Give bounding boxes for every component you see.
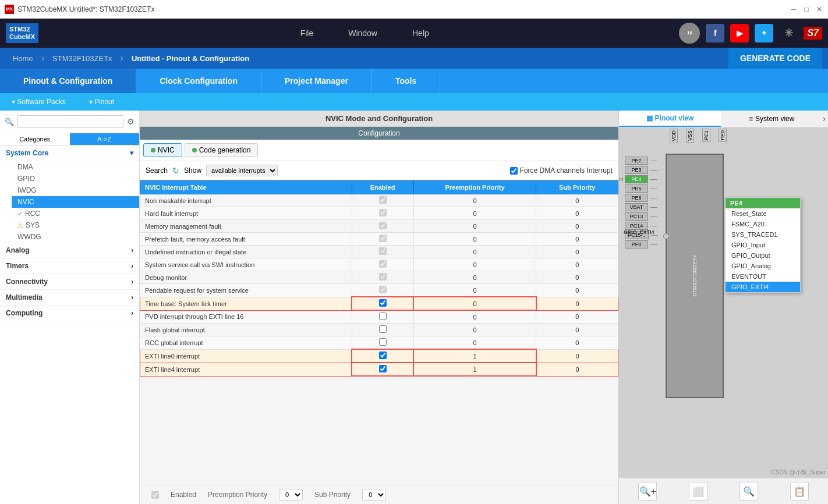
sidebar-item-rcc[interactable]: ✓ RCC bbox=[12, 208, 139, 219]
window-controls[interactable]: ─ □ ✕ bbox=[790, 5, 823, 13]
refresh-icon[interactable]: ↻ bbox=[172, 166, 179, 175]
enabled-checkbox[interactable] bbox=[379, 209, 387, 216]
system-view-icon: ≡ bbox=[749, 115, 753, 123]
sidebar-category-analog[interactable]: Analog › bbox=[0, 243, 139, 258]
network-icon: ✳ bbox=[779, 24, 798, 42]
filter-az[interactable]: A->Z bbox=[70, 133, 140, 145]
enabled-checkbox[interactable] bbox=[379, 338, 387, 346]
show-select[interactable]: available interrupts bbox=[206, 165, 278, 176]
table-row: Hard fault interrupt00 bbox=[140, 207, 618, 220]
pin-box-pe4[interactable]: PE4 bbox=[625, 175, 648, 183]
enabled-checkbox[interactable] bbox=[379, 352, 387, 359]
menu-window[interactable]: Window bbox=[348, 29, 377, 38]
search-input[interactable] bbox=[17, 115, 123, 128]
sub-tab-software-packs[interactable]: ▾ Software Packs bbox=[0, 93, 77, 111]
close-button[interactable]: ✕ bbox=[815, 5, 823, 13]
breadcrumb-device[interactable]: STM32F103ZETx bbox=[45, 48, 119, 69]
menu-items: File Window Help bbox=[50, 29, 679, 38]
pin-box-pf0[interactable]: PF0 bbox=[625, 240, 648, 249]
dropdown-item-eventout[interactable]: EVENTOUT bbox=[726, 271, 800, 282]
sidebar-category-timers[interactable]: Timers › bbox=[0, 258, 139, 274]
tab-pinout-config[interactable]: Pinout & Configuration bbox=[0, 69, 136, 93]
enabled-checkbox[interactable] bbox=[379, 365, 387, 372]
fit-view-button[interactable]: ⬜ bbox=[689, 482, 707, 501]
dropdown-item-reset[interactable]: Reset_State bbox=[726, 208, 800, 219]
enabled-checkbox[interactable] bbox=[379, 299, 387, 307]
nvic-tab-dot bbox=[151, 148, 155, 152]
facebook-icon[interactable]: f bbox=[706, 24, 724, 42]
sidebar-category-connectivity[interactable]: Connectivity › bbox=[0, 274, 139, 290]
pin-box-pc13[interactable]: PC13 bbox=[625, 212, 648, 221]
tab-tools[interactable]: Tools bbox=[372, 69, 440, 93]
pin-box-pe2[interactable]: PE2 bbox=[625, 157, 648, 165]
export-button[interactable]: 📋 bbox=[790, 482, 809, 501]
enabled-checkbox[interactable] bbox=[379, 260, 387, 268]
sidebar-item-iwdg[interactable]: IWDG bbox=[12, 184, 139, 196]
sidebar-item-wwdg[interactable]: WWDG bbox=[12, 231, 139, 243]
chip-body-label: STM32F103ZETx bbox=[692, 255, 698, 297]
pin-box-pe6[interactable]: PE6 bbox=[625, 194, 648, 202]
breadcrumb-home[interactable]: Home bbox=[6, 48, 40, 69]
menu-help[interactable]: Help bbox=[412, 29, 429, 38]
enabled-checkbox[interactable] bbox=[379, 273, 387, 281]
config-tab-nvic[interactable]: NVIC bbox=[143, 143, 182, 157]
maximize-button[interactable]: □ bbox=[802, 5, 811, 13]
sidebar-item-gpio[interactable]: GPIO bbox=[12, 173, 139, 184]
enabled-checkbox[interactable] bbox=[379, 325, 387, 333]
tab-system-view[interactable]: ≡ System view bbox=[721, 111, 823, 127]
menu-file[interactable]: File bbox=[300, 29, 314, 38]
sidebar-item-dma[interactable]: DMA bbox=[12, 161, 139, 173]
pin-box-vbat[interactable]: VBAT bbox=[625, 203, 648, 211]
sidebar-category-system-core[interactable]: System Core ▾ bbox=[0, 145, 139, 161]
dropdown-item-gpio-analog[interactable]: GPIO_Analog bbox=[726, 261, 800, 271]
enabled-checkbox[interactable] bbox=[379, 313, 387, 320]
tab-clock-config[interactable]: Clock Configuration bbox=[136, 69, 261, 93]
bottom-preemption-select[interactable]: 0 bbox=[279, 489, 303, 501]
panel-toggle[interactable]: › bbox=[823, 111, 828, 127]
enabled-cell bbox=[352, 246, 413, 258]
config-tab-code-gen[interactable]: Code generation bbox=[185, 143, 259, 157]
preemption-cell: 0 bbox=[413, 233, 536, 246]
pin-box-pe5[interactable]: PE5 bbox=[625, 184, 648, 193]
zoom-in-button[interactable]: 🔍+ bbox=[638, 482, 657, 501]
twitter-icon[interactable]: ✦ bbox=[755, 24, 773, 42]
tab-project-manager[interactable]: Project Manager bbox=[261, 69, 372, 93]
preemption-cell: 0 bbox=[413, 336, 536, 350]
sidebar-category-multimedia[interactable]: Multimedia › bbox=[0, 290, 139, 306]
generate-code-button[interactable]: GENERATE CODE bbox=[728, 48, 822, 69]
sidebar-item-sys[interactable]: ⚠ SYS bbox=[12, 219, 139, 231]
breadcrumb-current[interactable]: Untitled - Pinout & Configuration bbox=[125, 48, 256, 69]
enabled-checkbox[interactable] bbox=[379, 222, 387, 229]
filter-categories[interactable]: Categories bbox=[0, 133, 70, 145]
tab-pinout-view[interactable]: ▦ Pinout view bbox=[619, 111, 721, 127]
dropdown-item-gpio-input[interactable]: GPIO_Input bbox=[726, 240, 800, 250]
enabled-checkbox[interactable] bbox=[379, 235, 387, 242]
pin-box-pe3[interactable]: PE3 bbox=[625, 166, 648, 174]
dropdown-item-gpio-output[interactable]: GPIO_Output bbox=[726, 250, 800, 261]
dropdown-item-gpio-exti4[interactable]: GPIO_EXTI4 bbox=[726, 282, 800, 292]
bottom-enabled-checkbox[interactable] bbox=[151, 491, 159, 499]
enabled-cell bbox=[352, 349, 413, 363]
sub-priority-cell: 0 bbox=[536, 324, 618, 336]
youtube-icon[interactable]: ▶ bbox=[730, 24, 749, 42]
gear-icon[interactable]: ⚙ bbox=[127, 117, 135, 126]
sub-tab-pinout[interactable]: ▾ Pinout bbox=[77, 93, 126, 111]
enabled-checkbox[interactable] bbox=[379, 286, 387, 293]
force-dma-checkbox[interactable] bbox=[510, 167, 518, 175]
interrupt-name-cell: Flash global interrupt bbox=[140, 324, 352, 336]
enabled-checkbox[interactable] bbox=[379, 196, 387, 204]
preemption-cell: 0 bbox=[413, 284, 536, 297]
minimize-button[interactable]: ─ bbox=[790, 5, 798, 13]
chevron-right-icon-4: › bbox=[131, 293, 133, 301]
dropdown-item-sys-traced[interactable]: SYS_TRACED1 bbox=[726, 229, 800, 240]
sidebar-item-nvic[interactable]: NVIC bbox=[12, 196, 139, 208]
breadcrumb: Home › STM32F103ZETx › Untitled - Pinout… bbox=[0, 48, 828, 69]
enabled-cell bbox=[352, 233, 413, 246]
dropdown-item-fsmc[interactable]: FSMC_A20 bbox=[726, 219, 800, 229]
bottom-sub-select[interactable]: 0 bbox=[362, 489, 386, 501]
enabled-checkbox[interactable] bbox=[379, 247, 387, 255]
zoom-out-button[interactable]: 🔍 bbox=[739, 482, 758, 501]
pin-box-pc14[interactable]: PC14 bbox=[625, 222, 648, 230]
enabled-cell bbox=[352, 258, 413, 271]
sidebar-category-computing[interactable]: Computing › bbox=[0, 306, 139, 321]
